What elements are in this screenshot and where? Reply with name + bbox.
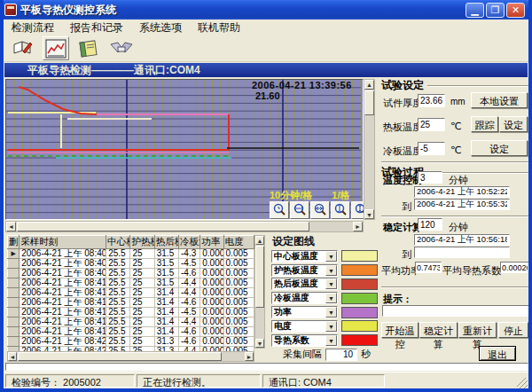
row-selector[interactable] — [8, 327, 20, 337]
table-h-scroll-thumb[interactable] — [18, 352, 222, 361]
chevron-down-icon[interactable]: ▼ — [325, 265, 337, 276]
table-row[interactable]: 2006-4-21 上午 08:4125.52531.4-4.60.00080.… — [8, 327, 254, 337]
table-row[interactable]: 2006-4-21 上午 08:4125.52531.5-4.40.00090.… — [8, 278, 254, 288]
chart-v-scrollbar[interactable]: ▲ ▼ — [364, 79, 375, 220]
line-select[interactable]: 导热系数▼ — [271, 334, 338, 347]
menu-item-help[interactable]: 联机帮助 — [190, 20, 248, 36]
scroll-down-icon[interactable]: ▼ — [255, 339, 264, 348]
table-v-scrollbar[interactable]: ▲ ▼ — [254, 235, 265, 349]
row-selector[interactable] — [8, 269, 20, 278]
toolbar-chart-button[interactable] — [43, 36, 69, 60]
cold-set-button[interactable]: 设定 — [471, 140, 528, 156]
zoom-h-in-button[interactable] — [310, 201, 330, 219]
local-settings-button[interactable]: 本地设置 — [471, 92, 528, 108]
line-select[interactable]: 中心板温度▼ — [271, 250, 338, 263]
scroll-up-icon[interactable]: ▲ — [255, 236, 264, 245]
line-color-swatch[interactable] — [341, 264, 378, 276]
chevron-down-icon[interactable]: ▼ — [325, 293, 337, 303]
app-icon — [4, 4, 17, 16]
toolbar-process-button[interactable] — [10, 36, 36, 60]
chart-h-scroll-thumb[interactable] — [17, 222, 309, 231]
table-row[interactable]: 2006-4-21 上午 08:4025.52531.5-4.50.00080.… — [8, 259, 254, 269]
chevron-down-icon[interactable]: ▼ — [325, 251, 337, 262]
chart-v-scroll-thumb[interactable] — [364, 90, 374, 115]
zoom-reset-button[interactable] — [270, 201, 289, 219]
row-selector[interactable] — [8, 337, 20, 347]
stable-start-time-field[interactable] — [414, 234, 510, 246]
chevron-down-icon[interactable]: ▼ — [325, 321, 337, 332]
zoom-h-out-button[interactable] — [290, 201, 309, 219]
scroll-up-icon[interactable]: ▲ — [364, 80, 374, 90]
resize-grip-icon[interactable] — [517, 378, 528, 388]
chevron-down-icon[interactable]: ▼ — [325, 335, 337, 346]
line-select[interactable]: 热后板温度▼ — [271, 278, 338, 290]
line-select[interactable]: 电度▼ — [271, 320, 338, 333]
line-color-swatch[interactable] — [341, 278, 378, 290]
close-button[interactable]: ✕ — [506, 3, 525, 18]
line-color-swatch[interactable] — [341, 250, 378, 262]
avg-k-input[interactable] — [500, 262, 529, 273]
line-select[interactable]: 护热板温度▼ — [271, 264, 338, 277]
row-selector[interactable]: ▶ — [8, 249, 20, 259]
line-color-swatch[interactable] — [341, 307, 378, 318]
chevron-down-icon[interactable]: ▼ — [325, 307, 337, 318]
stable-end-time-field[interactable] — [414, 247, 510, 258]
track-button[interactable]: 跟踪 — [471, 116, 498, 132]
toolbar-link-button[interactable] — [108, 36, 135, 60]
hot-plate-input[interactable] — [418, 118, 445, 131]
table-h-scrollbar[interactable]: ◄ ► — [7, 351, 254, 362]
table-v-scroll-thumb[interactable] — [255, 246, 264, 308]
table-cell: 0.0009 — [200, 318, 223, 327]
table-cell: 0.005 — [223, 318, 254, 327]
row-selector[interactable] — [8, 288, 20, 298]
table-row[interactable]: 2006-4-21 上午 08:4125.52531.4-4.60.00080.… — [8, 298, 254, 308]
thickness-input[interactable] — [418, 94, 445, 107]
row-selector[interactable] — [8, 298, 20, 308]
zoom-v-out-button[interactable] — [331, 201, 350, 219]
table-row[interactable]: 2006-4-21 上午 08:4125.52531.4-4.40.00080.… — [8, 288, 254, 298]
stable-calc-input[interactable] — [418, 218, 442, 231]
recalculate-button[interactable]: 重新计算 — [458, 322, 497, 338]
row-selector[interactable] — [8, 318, 20, 327]
scroll-down-icon[interactable]: ▼ — [364, 209, 374, 219]
exit-button[interactable]: 退出 — [479, 346, 516, 361]
menu-item-process[interactable]: 检测流程 — [4, 20, 62, 36]
sample-interval-input[interactable] — [325, 349, 357, 361]
hint-field[interactable] — [382, 305, 529, 317]
line-color-swatch[interactable] — [341, 320, 378, 332]
table-row[interactable]: 2006-4-21 上午 08:4025.52531.5-4.60.00090.… — [8, 269, 254, 278]
scroll-left-icon[interactable]: ◄ — [8, 352, 17, 361]
table-row[interactable]: ▶2006-4-21 上午 08:4025.52531.5-4.30.00080… — [8, 249, 254, 259]
table-row[interactable]: 2006-4-21 上午 08:4125.52531.4-4.40.00090.… — [8, 318, 254, 327]
temp-control-input[interactable] — [418, 171, 442, 184]
table-cell: 31.4 — [154, 327, 178, 337]
start-temp-control-button[interactable]: 开始温控 — [381, 322, 419, 338]
temp-start-time-field[interactable] — [414, 186, 510, 198]
chevron-down-icon[interactable]: ▼ — [325, 278, 337, 289]
menu-item-options[interactable]: 系统选项 — [131, 20, 190, 36]
avg-power-input[interactable] — [415, 262, 442, 273]
line-select[interactable]: 功率▼ — [271, 306, 338, 318]
line-select[interactable]: 冷板温度▼ — [271, 292, 338, 304]
hot-set-button[interactable]: 设定 — [499, 116, 528, 132]
toolbar-record-button[interactable] — [75, 36, 102, 60]
line-color-swatch[interactable] — [341, 334, 378, 346]
row-selector[interactable] — [8, 308, 20, 318]
table-row[interactable]: 2006-4-21 上午 08:4225.52531.3-4.60.00080.… — [8, 337, 254, 347]
temp-end-time-field[interactable] — [414, 199, 510, 210]
scroll-right-icon[interactable]: ► — [245, 352, 254, 361]
cold-plate-input[interactable] — [418, 142, 445, 155]
minimize-button[interactable]: ▁ — [466, 3, 484, 18]
line-color-swatch[interactable] — [341, 293, 378, 304]
thickness-label: 试件厚度 — [383, 97, 422, 110]
stop-button[interactable]: 停止 — [498, 322, 528, 338]
maximize-button[interactable]: ❐ — [486, 3, 505, 18]
row-selector[interactable] — [8, 278, 20, 288]
scroll-right-icon[interactable]: ► — [353, 222, 363, 231]
table-row[interactable]: 2006-4-21 上午 08:4125.52531.4-4.50.00090.… — [8, 308, 254, 318]
stable-calc-button[interactable]: 稳定计算 — [419, 322, 458, 338]
chart-h-scrollbar[interactable]: ◄ ► — [5, 221, 364, 232]
menu-item-reports[interactable]: 报告和记录 — [62, 20, 131, 36]
scroll-left-icon[interactable]: ◄ — [6, 222, 16, 231]
row-selector[interactable] — [8, 259, 20, 269]
